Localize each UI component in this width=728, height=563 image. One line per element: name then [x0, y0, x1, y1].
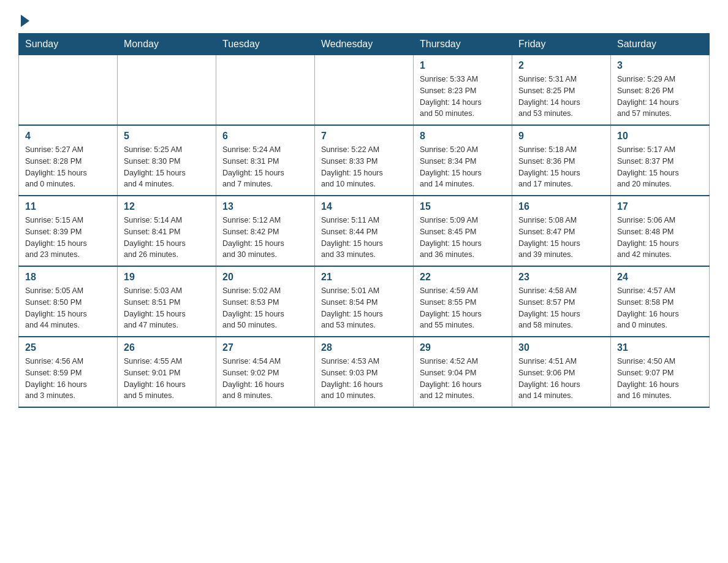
calendar-week-row: 4Sunrise: 5:27 AMSunset: 8:28 PMDaylight… [19, 125, 710, 196]
calendar-cell: 13Sunrise: 5:12 AMSunset: 8:42 PMDayligh… [216, 196, 315, 266]
day-info: Sunrise: 5:05 AMSunset: 8:50 PMDaylight:… [25, 285, 111, 331]
calendar-cell: 15Sunrise: 5:09 AMSunset: 8:45 PMDayligh… [414, 196, 512, 266]
calendar-week-row: 18Sunrise: 5:05 AMSunset: 8:50 PMDayligh… [19, 266, 710, 337]
day-of-week-header: Tuesday [216, 34, 315, 55]
day-number: 10 [617, 131, 703, 142]
calendar-cell: 10Sunrise: 5:17 AMSunset: 8:37 PMDayligh… [611, 125, 710, 196]
day-info: Sunrise: 5:18 AMSunset: 8:36 PMDaylight:… [518, 144, 604, 190]
day-info: Sunrise: 4:59 AMSunset: 8:55 PMDaylight:… [420, 285, 506, 331]
day-number: 6 [222, 131, 308, 142]
day-of-week-header: Sunday [19, 34, 118, 55]
day-number: 22 [420, 272, 506, 283]
calendar-header: SundayMondayTuesdayWednesdayThursdayFrid… [19, 34, 710, 55]
day-number: 30 [518, 342, 604, 353]
calendar-cell: 4Sunrise: 5:27 AMSunset: 8:28 PMDaylight… [19, 125, 118, 196]
day-info: Sunrise: 4:56 AMSunset: 8:59 PMDaylight:… [25, 356, 111, 402]
day-info: Sunrise: 5:12 AMSunset: 8:42 PMDaylight:… [222, 215, 308, 261]
day-info: Sunrise: 5:33 AMSunset: 8:23 PMDaylight:… [420, 74, 506, 120]
day-of-week-header: Monday [118, 34, 216, 55]
calendar-cell: 7Sunrise: 5:22 AMSunset: 8:33 PMDaylight… [315, 125, 414, 196]
day-info: Sunrise: 5:27 AMSunset: 8:28 PMDaylight:… [25, 144, 111, 190]
calendar-cell: 25Sunrise: 4:56 AMSunset: 8:59 PMDayligh… [19, 337, 118, 407]
day-number: 11 [25, 201, 111, 212]
calendar-cell: 24Sunrise: 4:57 AMSunset: 8:58 PMDayligh… [611, 266, 710, 337]
calendar-body: 1Sunrise: 5:33 AMSunset: 8:23 PMDaylight… [19, 55, 710, 408]
page-header [18, 12, 710, 27]
calendar-cell: 29Sunrise: 4:52 AMSunset: 9:04 PMDayligh… [414, 337, 512, 407]
logo-arrow-icon [21, 15, 29, 27]
day-number: 27 [222, 342, 308, 353]
day-info: Sunrise: 4:54 AMSunset: 9:02 PMDaylight:… [222, 356, 308, 402]
day-info: Sunrise: 5:02 AMSunset: 8:53 PMDaylight:… [222, 285, 308, 331]
calendar-cell: 11Sunrise: 5:15 AMSunset: 8:39 PMDayligh… [19, 196, 118, 266]
calendar-cell: 23Sunrise: 4:58 AMSunset: 8:57 PMDayligh… [512, 266, 611, 337]
calendar-cell: 21Sunrise: 5:01 AMSunset: 8:54 PMDayligh… [315, 266, 414, 337]
calendar-cell [216, 55, 315, 126]
day-number: 14 [321, 201, 407, 212]
day-info: Sunrise: 5:29 AMSunset: 8:26 PMDaylight:… [617, 74, 703, 120]
day-number: 12 [124, 201, 210, 212]
day-info: Sunrise: 5:14 AMSunset: 8:41 PMDaylight:… [124, 215, 210, 261]
calendar-cell: 28Sunrise: 4:53 AMSunset: 9:03 PMDayligh… [315, 337, 414, 407]
day-info: Sunrise: 5:22 AMSunset: 8:33 PMDaylight:… [321, 144, 407, 190]
day-info: Sunrise: 5:09 AMSunset: 8:45 PMDaylight:… [420, 215, 506, 261]
calendar-cell: 2Sunrise: 5:31 AMSunset: 8:25 PMDaylight… [512, 55, 611, 126]
calendar-week-row: 25Sunrise: 4:56 AMSunset: 8:59 PMDayligh… [19, 337, 710, 407]
day-number: 1 [420, 60, 506, 71]
day-number: 26 [124, 342, 210, 353]
day-number: 28 [321, 342, 407, 353]
day-number: 4 [25, 131, 111, 142]
day-info: Sunrise: 5:24 AMSunset: 8:31 PMDaylight:… [222, 144, 308, 190]
calendar-week-row: 1Sunrise: 5:33 AMSunset: 8:23 PMDaylight… [19, 55, 710, 126]
calendar-header-row: SundayMondayTuesdayWednesdayThursdayFrid… [19, 34, 710, 55]
day-number: 23 [518, 272, 604, 283]
day-number: 2 [518, 60, 604, 71]
calendar-cell: 3Sunrise: 5:29 AMSunset: 8:26 PMDaylight… [611, 55, 710, 126]
day-info: Sunrise: 4:55 AMSunset: 9:01 PMDaylight:… [124, 356, 210, 402]
calendar-table: SundayMondayTuesdayWednesdayThursdayFrid… [18, 33, 710, 408]
day-number: 15 [420, 201, 506, 212]
day-info: Sunrise: 5:06 AMSunset: 8:48 PMDaylight:… [617, 215, 703, 261]
calendar-cell: 5Sunrise: 5:25 AMSunset: 8:30 PMDaylight… [118, 125, 216, 196]
day-number: 17 [617, 201, 703, 212]
calendar-cell: 17Sunrise: 5:06 AMSunset: 8:48 PMDayligh… [611, 196, 710, 266]
day-number: 20 [222, 272, 308, 283]
calendar-cell: 18Sunrise: 5:05 AMSunset: 8:50 PMDayligh… [19, 266, 118, 337]
day-number: 5 [124, 131, 210, 142]
calendar-cell: 27Sunrise: 4:54 AMSunset: 9:02 PMDayligh… [216, 337, 315, 407]
calendar-cell: 12Sunrise: 5:14 AMSunset: 8:41 PMDayligh… [118, 196, 216, 266]
calendar-cell: 14Sunrise: 5:11 AMSunset: 8:44 PMDayligh… [315, 196, 414, 266]
day-info: Sunrise: 4:50 AMSunset: 9:07 PMDaylight:… [617, 356, 703, 402]
calendar-cell [19, 55, 118, 126]
day-info: Sunrise: 5:01 AMSunset: 8:54 PMDaylight:… [321, 285, 407, 331]
day-info: Sunrise: 5:03 AMSunset: 8:51 PMDaylight:… [124, 285, 210, 331]
day-number: 7 [321, 131, 407, 142]
calendar-cell: 16Sunrise: 5:08 AMSunset: 8:47 PMDayligh… [512, 196, 611, 266]
day-info: Sunrise: 4:51 AMSunset: 9:06 PMDaylight:… [518, 356, 604, 402]
day-of-week-header: Thursday [414, 34, 512, 55]
day-number: 24 [617, 272, 703, 283]
calendar-cell: 20Sunrise: 5:02 AMSunset: 8:53 PMDayligh… [216, 266, 315, 337]
day-of-week-header: Saturday [611, 34, 710, 55]
day-info: Sunrise: 4:58 AMSunset: 8:57 PMDaylight:… [518, 285, 604, 331]
day-number: 25 [25, 342, 111, 353]
day-number: 31 [617, 342, 703, 353]
day-number: 13 [222, 201, 308, 212]
calendar-cell: 1Sunrise: 5:33 AMSunset: 8:23 PMDaylight… [414, 55, 512, 126]
calendar-cell [118, 55, 216, 126]
day-info: Sunrise: 4:53 AMSunset: 9:03 PMDaylight:… [321, 356, 407, 402]
day-info: Sunrise: 5:25 AMSunset: 8:30 PMDaylight:… [124, 144, 210, 190]
calendar-cell: 8Sunrise: 5:20 AMSunset: 8:34 PMDaylight… [414, 125, 512, 196]
day-info: Sunrise: 5:31 AMSunset: 8:25 PMDaylight:… [518, 74, 604, 120]
calendar-cell: 26Sunrise: 4:55 AMSunset: 9:01 PMDayligh… [118, 337, 216, 407]
day-number: 8 [420, 131, 506, 142]
day-info: Sunrise: 5:11 AMSunset: 8:44 PMDaylight:… [321, 215, 407, 261]
day-info: Sunrise: 5:20 AMSunset: 8:34 PMDaylight:… [420, 144, 506, 190]
calendar-cell: 31Sunrise: 4:50 AMSunset: 9:07 PMDayligh… [611, 337, 710, 407]
day-info: Sunrise: 5:17 AMSunset: 8:37 PMDaylight:… [617, 144, 703, 190]
calendar-cell: 9Sunrise: 5:18 AMSunset: 8:36 PMDaylight… [512, 125, 611, 196]
day-number: 3 [617, 60, 703, 71]
calendar-cell: 19Sunrise: 5:03 AMSunset: 8:51 PMDayligh… [118, 266, 216, 337]
day-of-week-header: Wednesday [315, 34, 414, 55]
day-number: 16 [518, 201, 604, 212]
